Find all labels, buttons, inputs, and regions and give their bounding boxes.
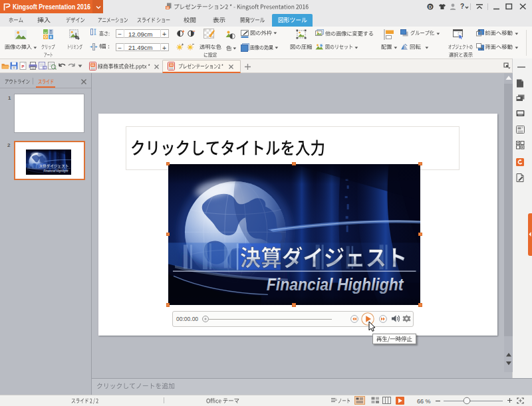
svg-text:P: P [21,64,24,68]
svg-text:Financial Highlight: Financial Highlight [43,169,68,173]
svg-text:Kingsoft Presentation 2016: Kingsoft Presentation 2016 [13,3,90,11]
svg-text:D: D [428,4,432,10]
svg-text:Financial Highlight: Financial Highlight [266,274,404,294]
